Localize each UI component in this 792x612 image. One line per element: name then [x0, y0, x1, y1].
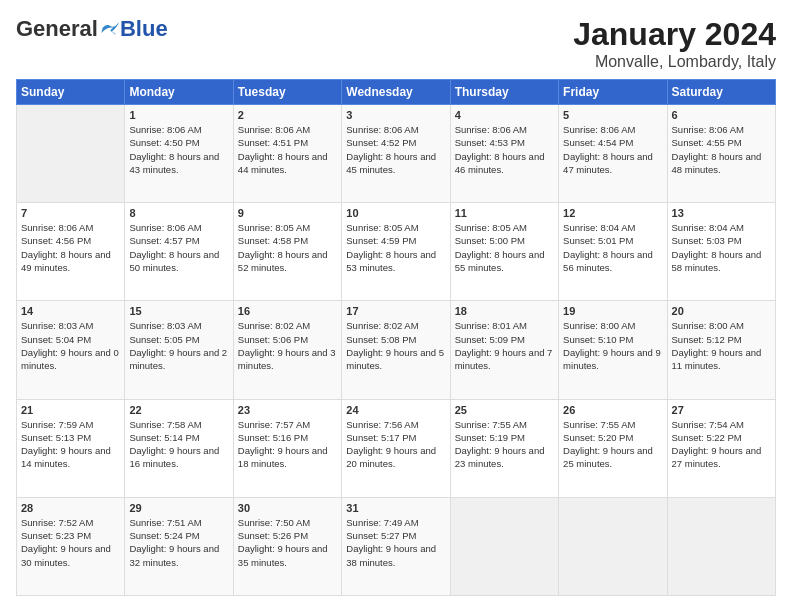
- day-number: 7: [21, 207, 120, 219]
- calendar-cell: [559, 497, 667, 595]
- day-info: Sunrise: 7:51 AMSunset: 5:24 PMDaylight:…: [129, 516, 228, 569]
- day-number: 21: [21, 404, 120, 416]
- day-number: 25: [455, 404, 554, 416]
- day-info: Sunrise: 8:04 AMSunset: 5:01 PMDaylight:…: [563, 221, 662, 274]
- title-block: January 2024 Monvalle, Lombardy, Italy: [573, 16, 776, 71]
- calendar-cell: 26Sunrise: 7:55 AMSunset: 5:20 PMDayligh…: [559, 399, 667, 497]
- calendar-cell: 20Sunrise: 8:00 AMSunset: 5:12 PMDayligh…: [667, 301, 775, 399]
- day-info: Sunrise: 8:06 AMSunset: 4:52 PMDaylight:…: [346, 123, 445, 176]
- day-info: Sunrise: 8:00 AMSunset: 5:12 PMDaylight:…: [672, 319, 771, 372]
- day-number: 14: [21, 305, 120, 317]
- day-number: 29: [129, 502, 228, 514]
- day-number: 9: [238, 207, 337, 219]
- calendar-cell: 4Sunrise: 8:06 AMSunset: 4:53 PMDaylight…: [450, 105, 558, 203]
- day-info: Sunrise: 8:06 AMSunset: 4:54 PMDaylight:…: [563, 123, 662, 176]
- day-info: Sunrise: 8:01 AMSunset: 5:09 PMDaylight:…: [455, 319, 554, 372]
- day-number: 26: [563, 404, 662, 416]
- month-title: January 2024: [573, 16, 776, 53]
- col-header-wednesday: Wednesday: [342, 80, 450, 105]
- col-header-tuesday: Tuesday: [233, 80, 341, 105]
- day-number: 20: [672, 305, 771, 317]
- day-number: 10: [346, 207, 445, 219]
- day-number: 19: [563, 305, 662, 317]
- day-number: 4: [455, 109, 554, 121]
- logo-bird-icon: [100, 20, 120, 38]
- calendar-table: SundayMondayTuesdayWednesdayThursdayFrid…: [16, 79, 776, 596]
- day-number: 31: [346, 502, 445, 514]
- day-info: Sunrise: 8:06 AMSunset: 4:51 PMDaylight:…: [238, 123, 337, 176]
- day-number: 12: [563, 207, 662, 219]
- calendar-cell: 16Sunrise: 8:02 AMSunset: 5:06 PMDayligh…: [233, 301, 341, 399]
- day-info: Sunrise: 8:02 AMSunset: 5:06 PMDaylight:…: [238, 319, 337, 372]
- calendar-cell: 12Sunrise: 8:04 AMSunset: 5:01 PMDayligh…: [559, 203, 667, 301]
- day-number: 24: [346, 404, 445, 416]
- day-number: 13: [672, 207, 771, 219]
- calendar-cell: 10Sunrise: 8:05 AMSunset: 4:59 PMDayligh…: [342, 203, 450, 301]
- day-info: Sunrise: 7:56 AMSunset: 5:17 PMDaylight:…: [346, 418, 445, 471]
- day-number: 16: [238, 305, 337, 317]
- day-number: 2: [238, 109, 337, 121]
- calendar-cell: 18Sunrise: 8:01 AMSunset: 5:09 PMDayligh…: [450, 301, 558, 399]
- day-info: Sunrise: 8:06 AMSunset: 4:57 PMDaylight:…: [129, 221, 228, 274]
- day-number: 27: [672, 404, 771, 416]
- day-info: Sunrise: 8:05 AMSunset: 5:00 PMDaylight:…: [455, 221, 554, 274]
- calendar-cell: 15Sunrise: 8:03 AMSunset: 5:05 PMDayligh…: [125, 301, 233, 399]
- day-number: 3: [346, 109, 445, 121]
- calendar-cell: 1Sunrise: 8:06 AMSunset: 4:50 PMDaylight…: [125, 105, 233, 203]
- calendar-cell: 21Sunrise: 7:59 AMSunset: 5:13 PMDayligh…: [17, 399, 125, 497]
- day-info: Sunrise: 7:49 AMSunset: 5:27 PMDaylight:…: [346, 516, 445, 569]
- col-header-friday: Friday: [559, 80, 667, 105]
- day-info: Sunrise: 7:54 AMSunset: 5:22 PMDaylight:…: [672, 418, 771, 471]
- calendar-cell: 7Sunrise: 8:06 AMSunset: 4:56 PMDaylight…: [17, 203, 125, 301]
- day-info: Sunrise: 8:00 AMSunset: 5:10 PMDaylight:…: [563, 319, 662, 372]
- calendar-cell: 25Sunrise: 7:55 AMSunset: 5:19 PMDayligh…: [450, 399, 558, 497]
- calendar-cell: 13Sunrise: 8:04 AMSunset: 5:03 PMDayligh…: [667, 203, 775, 301]
- day-info: Sunrise: 7:59 AMSunset: 5:13 PMDaylight:…: [21, 418, 120, 471]
- calendar-cell: 17Sunrise: 8:02 AMSunset: 5:08 PMDayligh…: [342, 301, 450, 399]
- calendar-cell: 14Sunrise: 8:03 AMSunset: 5:04 PMDayligh…: [17, 301, 125, 399]
- day-info: Sunrise: 8:06 AMSunset: 4:55 PMDaylight:…: [672, 123, 771, 176]
- logo: General Blue: [16, 16, 168, 42]
- day-number: 1: [129, 109, 228, 121]
- day-number: 23: [238, 404, 337, 416]
- calendar-cell: 2Sunrise: 8:06 AMSunset: 4:51 PMDaylight…: [233, 105, 341, 203]
- day-info: Sunrise: 8:02 AMSunset: 5:08 PMDaylight:…: [346, 319, 445, 372]
- calendar-cell: 27Sunrise: 7:54 AMSunset: 5:22 PMDayligh…: [667, 399, 775, 497]
- calendar-cell: 28Sunrise: 7:52 AMSunset: 5:23 PMDayligh…: [17, 497, 125, 595]
- calendar-cell: 11Sunrise: 8:05 AMSunset: 5:00 PMDayligh…: [450, 203, 558, 301]
- calendar-cell: [17, 105, 125, 203]
- logo-general: General: [16, 16, 98, 42]
- calendar-cell: 5Sunrise: 8:06 AMSunset: 4:54 PMDaylight…: [559, 105, 667, 203]
- location: Monvalle, Lombardy, Italy: [573, 53, 776, 71]
- day-info: Sunrise: 8:06 AMSunset: 4:53 PMDaylight:…: [455, 123, 554, 176]
- day-info: Sunrise: 8:06 AMSunset: 4:56 PMDaylight:…: [21, 221, 120, 274]
- day-number: 17: [346, 305, 445, 317]
- calendar-cell: 24Sunrise: 7:56 AMSunset: 5:17 PMDayligh…: [342, 399, 450, 497]
- day-info: Sunrise: 8:05 AMSunset: 4:58 PMDaylight:…: [238, 221, 337, 274]
- calendar-cell: 3Sunrise: 8:06 AMSunset: 4:52 PMDaylight…: [342, 105, 450, 203]
- calendar-cell: 6Sunrise: 8:06 AMSunset: 4:55 PMDaylight…: [667, 105, 775, 203]
- day-info: Sunrise: 7:52 AMSunset: 5:23 PMDaylight:…: [21, 516, 120, 569]
- day-info: Sunrise: 7:55 AMSunset: 5:20 PMDaylight:…: [563, 418, 662, 471]
- day-number: 28: [21, 502, 120, 514]
- day-number: 11: [455, 207, 554, 219]
- col-header-monday: Monday: [125, 80, 233, 105]
- calendar-cell: [667, 497, 775, 595]
- calendar-cell: [450, 497, 558, 595]
- day-info: Sunrise: 7:50 AMSunset: 5:26 PMDaylight:…: [238, 516, 337, 569]
- col-header-thursday: Thursday: [450, 80, 558, 105]
- day-info: Sunrise: 7:55 AMSunset: 5:19 PMDaylight:…: [455, 418, 554, 471]
- day-number: 22: [129, 404, 228, 416]
- calendar-cell: 23Sunrise: 7:57 AMSunset: 5:16 PMDayligh…: [233, 399, 341, 497]
- day-info: Sunrise: 8:04 AMSunset: 5:03 PMDaylight:…: [672, 221, 771, 274]
- day-number: 5: [563, 109, 662, 121]
- day-number: 6: [672, 109, 771, 121]
- logo-blue: Blue: [120, 16, 168, 42]
- calendar-cell: 9Sunrise: 8:05 AMSunset: 4:58 PMDaylight…: [233, 203, 341, 301]
- calendar-cell: 31Sunrise: 7:49 AMSunset: 5:27 PMDayligh…: [342, 497, 450, 595]
- day-number: 15: [129, 305, 228, 317]
- calendar-cell: 19Sunrise: 8:00 AMSunset: 5:10 PMDayligh…: [559, 301, 667, 399]
- calendar-cell: 22Sunrise: 7:58 AMSunset: 5:14 PMDayligh…: [125, 399, 233, 497]
- col-header-sunday: Sunday: [17, 80, 125, 105]
- day-info: Sunrise: 7:57 AMSunset: 5:16 PMDaylight:…: [238, 418, 337, 471]
